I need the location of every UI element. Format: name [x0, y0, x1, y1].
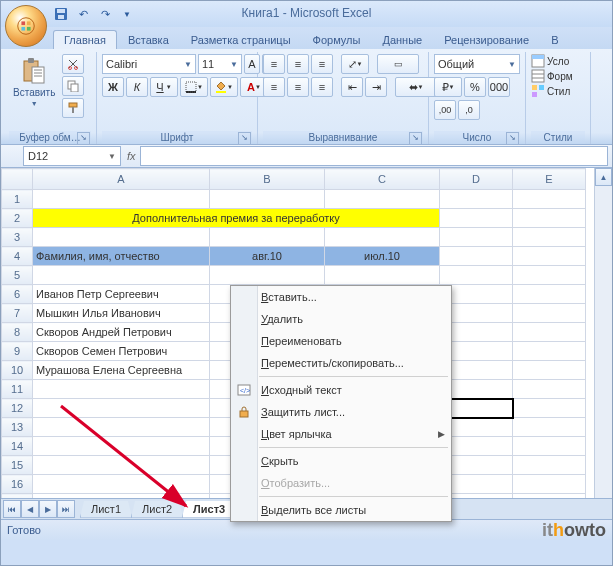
comma-button[interactable]: 000 — [488, 77, 510, 97]
sheet-nav-next[interactable]: ▶ — [39, 500, 57, 518]
number-format-combo[interactable]: Общий▼ — [434, 54, 520, 74]
row-header[interactable]: 10 — [2, 361, 33, 380]
increase-indent-button[interactable]: ⇥ — [365, 77, 387, 97]
context-menu-item[interactable]: Выделить все листы — [231, 499, 451, 521]
fx-icon[interactable]: fx — [127, 150, 136, 162]
context-menu-item[interactable]: Скрыть — [231, 450, 451, 472]
row-header[interactable]: 9 — [2, 342, 33, 361]
row-header[interactable]: 11 — [2, 380, 33, 399]
vertical-scrollbar[interactable]: ▲ — [594, 168, 612, 498]
dialog-launcher-icon[interactable]: ↘ — [238, 132, 251, 145]
context-menu-item[interactable]: Цвет ярлычка▶ — [231, 423, 451, 445]
font-name-combo[interactable]: Calibri▼ — [102, 54, 196, 74]
select-all-corner[interactable] — [2, 169, 33, 190]
row-header[interactable]: 1 — [2, 190, 33, 209]
row-header[interactable]: 12 — [2, 399, 33, 418]
svg-rect-1 — [21, 21, 25, 25]
cut-button[interactable] — [62, 54, 84, 74]
styles-group-label: Стили — [531, 131, 585, 144]
col-header-E[interactable]: E — [513, 169, 586, 190]
tab-data[interactable]: Данные — [371, 30, 433, 49]
font-size-combo[interactable]: 11▼ — [198, 54, 242, 74]
sheet-nav-last[interactable]: ⏭ — [57, 500, 75, 518]
row-header[interactable]: 3 — [2, 228, 33, 247]
sheet-nav-prev[interactable]: ◀ — [21, 500, 39, 518]
row-header[interactable]: 4 — [2, 247, 33, 266]
context-menu-item[interactable]: Удалить — [231, 308, 451, 330]
formula-bar[interactable] — [140, 146, 608, 166]
format-table-button[interactable]: Форм — [531, 69, 573, 83]
context-menu-label: Защитить лист... — [261, 406, 345, 418]
cell[interactable]: Фамилия, имя, отчество — [33, 247, 210, 266]
svg-rect-16 — [72, 107, 74, 113]
row-header[interactable]: 5 — [2, 266, 33, 285]
bold-button[interactable]: Ж — [102, 77, 124, 97]
save-icon[interactable] — [53, 6, 69, 22]
tab-review[interactable]: Рецензирование — [433, 30, 540, 49]
row-header[interactable]: 7 — [2, 304, 33, 323]
name-box[interactable]: D12▼ — [23, 146, 121, 166]
row-header[interactable]: 13 — [2, 418, 33, 437]
format-painter-button[interactable] — [62, 98, 84, 118]
dialog-launcher-icon[interactable]: ↘ — [77, 132, 90, 145]
row-header[interactable]: 15 — [2, 456, 33, 475]
paste-button[interactable]: Вставить ▼ — [9, 54, 59, 110]
row-header[interactable]: 14 — [2, 437, 33, 456]
tab-view[interactable]: В — [540, 30, 569, 49]
sheet-tab-active[interactable]: Лист3 — [182, 501, 236, 518]
border-button[interactable]: ▼ — [180, 77, 208, 97]
svg-rect-27 — [532, 92, 537, 97]
tab-insert[interactable]: Вставка — [117, 30, 180, 49]
align-top-button[interactable]: ≡ — [263, 54, 285, 74]
orientation-button[interactable]: ⤢▼ — [341, 54, 369, 74]
cell-styles-button[interactable]: Стил — [531, 84, 570, 98]
align-middle-button[interactable]: ≡ — [287, 54, 309, 74]
decrease-decimal-button[interactable]: ,0 — [458, 100, 480, 120]
context-menu-item[interactable]: </>Исходный текст — [231, 379, 451, 401]
wrap-text-button[interactable]: ▭ — [377, 54, 419, 74]
row-header[interactable]: 8 — [2, 323, 33, 342]
align-right-button[interactable]: ≡ — [311, 77, 333, 97]
copy-button[interactable] — [62, 76, 84, 96]
row-header[interactable]: 2 — [2, 209, 33, 228]
align-center-button[interactable]: ≡ — [287, 77, 309, 97]
decrease-indent-button[interactable]: ⇤ — [341, 77, 363, 97]
row-header[interactable]: 6 — [2, 285, 33, 304]
context-menu-item[interactable]: Вставить... — [231, 286, 451, 308]
svg-point-12 — [75, 67, 78, 70]
redo-icon[interactable]: ↷ — [97, 6, 113, 22]
sheet-nav-first[interactable]: ⏮ — [3, 500, 21, 518]
col-header-D[interactable]: D — [440, 169, 513, 190]
sheet-tab[interactable]: Лист1 — [80, 501, 132, 518]
qat-dropdown-icon[interactable]: ▼ — [119, 6, 135, 22]
group-font: Calibri▼ 11▼ A A Ж К Ч▼ ▼ ▼ A▼ Шрифт↘ — [97, 52, 258, 144]
align-left-button[interactable]: ≡ — [263, 77, 285, 97]
office-button[interactable] — [5, 5, 47, 47]
sheet-tab[interactable]: Лист2 — [131, 501, 183, 518]
accounting-button[interactable]: ₽▼ — [434, 77, 462, 97]
context-menu-item[interactable]: Переименовать — [231, 330, 451, 352]
align-bottom-button[interactable]: ≡ — [311, 54, 333, 74]
italic-button[interactable]: К — [126, 77, 148, 97]
conditional-formatting-button[interactable]: Усло — [531, 54, 569, 68]
increase-decimal-button[interactable]: ,00 — [434, 100, 456, 120]
merged-title-cell[interactable]: Дополнительная премия за переработку — [33, 209, 440, 228]
col-header-A[interactable]: A — [33, 169, 210, 190]
col-header-B[interactable]: B — [210, 169, 325, 190]
fill-color-button[interactable]: ▼ — [210, 77, 238, 97]
tab-home[interactable]: Главная — [53, 30, 117, 49]
scroll-up-icon[interactable]: ▲ — [595, 168, 612, 186]
underline-button[interactable]: Ч▼ — [150, 77, 178, 97]
context-menu-item[interactable]: Защитить лист... — [231, 401, 451, 423]
context-menu-item[interactable]: Переместить/скопировать... — [231, 352, 451, 374]
percent-button[interactable]: % — [464, 77, 486, 97]
row-header[interactable]: 16 — [2, 475, 33, 494]
undo-icon[interactable]: ↶ — [75, 6, 91, 22]
svg-rect-9 — [28, 58, 34, 63]
svg-rect-2 — [27, 21, 31, 25]
col-header-C[interactable]: C — [325, 169, 440, 190]
tab-formulas[interactable]: Формулы — [302, 30, 372, 49]
dialog-launcher-icon[interactable]: ↘ — [506, 132, 519, 145]
tab-layout[interactable]: Разметка страницы — [180, 30, 302, 49]
dialog-launcher-icon[interactable]: ↘ — [409, 132, 422, 145]
